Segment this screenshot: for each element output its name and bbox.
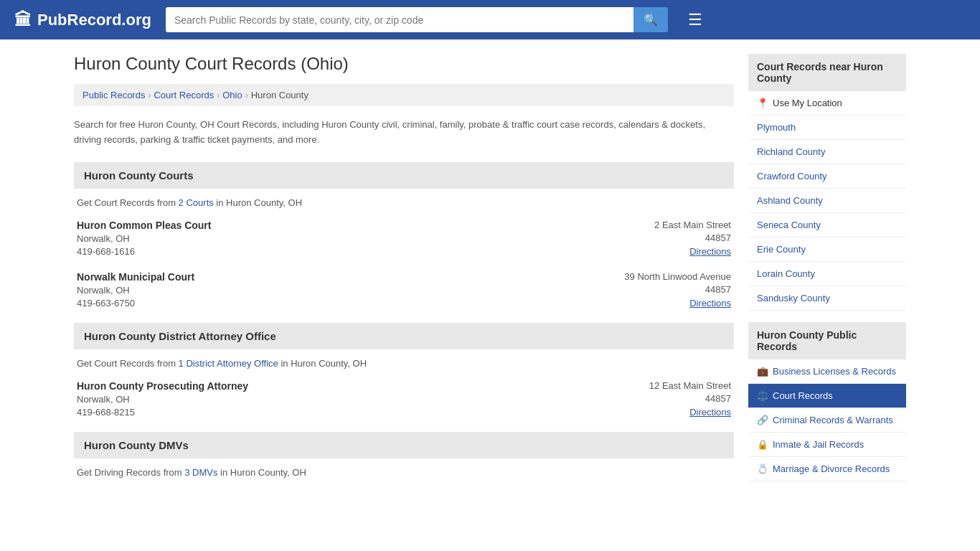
sidebar-item-erie[interactable]: Erie County <box>748 237 906 262</box>
sidebar-item-crawford[interactable]: Crawford County <box>748 164 906 189</box>
court-phone-3: 419-668-8215 <box>77 407 649 418</box>
court-phone-2: 419-663-6750 <box>77 298 624 309</box>
court-entry-1: Huron Common Pleas Court Norwalk, OH 419… <box>74 220 734 257</box>
lorain-label: Lorain County <box>757 268 815 279</box>
logo-text: PubRecord.org <box>37 11 151 29</box>
court-city-3: Norwalk, OH <box>77 394 649 405</box>
breadcrumb: Public Records › Court Records › Ohio › … <box>74 84 734 106</box>
court-left-2: Norwalk Municipal Court Norwalk, OH 419-… <box>77 271 624 309</box>
directions-link-2[interactable]: Directions <box>689 298 731 309</box>
public-records-header: Huron County Public Records <box>748 322 906 359</box>
court-city-2: Norwalk, OH <box>77 285 624 296</box>
sidebar-item-inmate[interactable]: 🔒 Inmate & Jail Records <box>748 433 906 457</box>
business-icon: 💼 <box>757 366 768 377</box>
court-right-2: 39 North Linwood Avenue 44857 Directions <box>624 271 731 309</box>
sidebar-item-criminal[interactable]: 🔗 Criminal Records & Warrants <box>748 408 906 433</box>
seneca-label: Seneca County <box>757 220 821 230</box>
logo-icon: 🏛 <box>14 10 32 30</box>
breadcrumb-court-records[interactable]: Court Records <box>154 90 214 100</box>
marriage-icon: 💍 <box>757 463 768 474</box>
court-name-1: Huron Common Pleas Court <box>77 220 654 231</box>
court-left-1: Huron Common Pleas Court Norwalk, OH 419… <box>77 220 654 257</box>
sidebar-item-marriage[interactable]: 💍 Marriage & Divorce Records <box>748 457 906 481</box>
nearby-list: 📍 Use My Location Plymouth Richland Coun… <box>748 91 906 311</box>
breadcrumb-sep-1: › <box>148 90 151 100</box>
sidebar-item-sandusky[interactable]: Sandusky County <box>748 286 906 311</box>
sidebar-item-use-location[interactable]: 📍 Use My Location <box>748 91 906 116</box>
richland-label: Richland County <box>757 146 825 157</box>
marriage-label: Marriage & Divorce Records <box>773 463 890 474</box>
nearby-header: Court Records near Huron County <box>748 54 906 91</box>
search-button[interactable]: 🔍 <box>633 7 668 32</box>
court-name-2: Norwalk Municipal Court <box>77 271 624 283</box>
sidebar-item-business[interactable]: 💼 Business Licenses & Records <box>748 359 906 384</box>
search-bar: 🔍 <box>166 7 668 32</box>
inmate-icon: 🔒 <box>757 439 768 450</box>
criminal-label: Criminal Records & Warrants <box>773 415 893 425</box>
courts-section-desc: Get Court Records from 2 Courts in Huron… <box>74 197 734 208</box>
content-area: Huron County Court Records (Ohio) Public… <box>74 54 734 493</box>
court-left-3: Huron County Prosecuting Attorney Norwal… <box>77 380 649 418</box>
public-records-list: 💼 Business Licenses & Records ⚖️ Court R… <box>748 359 906 481</box>
court-zip-3: 44857 <box>649 393 731 404</box>
court-address-3: 12 East Main Street <box>649 380 731 391</box>
business-label: Business Licenses & Records <box>773 366 896 377</box>
menu-button[interactable]: ☰ <box>682 8 708 32</box>
breadcrumb-ohio[interactable]: Ohio <box>222 90 242 100</box>
breadcrumb-huron-county: Huron County <box>251 90 308 100</box>
location-icon: 📍 <box>757 98 768 108</box>
court-right-1: 2 East Main Street 44857 Directions <box>654 220 731 257</box>
sidebar-item-ashland[interactable]: Ashland County <box>748 189 906 213</box>
courts-count-link[interactable]: 2 Courts <box>179 197 214 208</box>
court-right-3: 12 East Main Street 44857 Directions <box>649 380 731 418</box>
sidebar-item-lorain[interactable]: Lorain County <box>748 262 906 286</box>
inmate-label: Inmate & Jail Records <box>773 439 864 450</box>
court-phone-1: 419-668-1616 <box>77 246 654 257</box>
dmv-section-header: Huron County DMVs <box>74 432 734 458</box>
da-count-link[interactable]: 1 District Attorney Office <box>179 358 278 369</box>
court-zip-1: 44857 <box>654 232 731 243</box>
criminal-icon: 🔗 <box>757 415 768 425</box>
use-location-label: Use My Location <box>773 98 842 108</box>
da-section-header: Huron County District Attorney Office <box>74 323 734 349</box>
court-icon: ⚖️ <box>757 390 768 401</box>
site-header: 🏛 PubRecord.org 🔍 ☰ <box>0 0 980 39</box>
breadcrumb-sep-2: › <box>217 90 220 100</box>
breadcrumb-sep-3: › <box>245 90 248 100</box>
intro-text: Search for free Huron County, OH Court R… <box>74 118 734 148</box>
plymouth-label: Plymouth <box>757 122 796 133</box>
erie-label: Erie County <box>757 244 806 255</box>
main-container: Huron County Court Records (Ohio) Public… <box>60 39 920 507</box>
sandusky-label: Sandusky County <box>757 293 830 303</box>
court-records-label: Court Records <box>773 390 833 401</box>
court-address-2: 39 North Linwood Avenue <box>624 271 731 282</box>
page-title: Huron County Court Records (Ohio) <box>74 54 734 74</box>
dmv-count-link[interactable]: 3 DMVs <box>184 467 217 478</box>
court-address-1: 2 East Main Street <box>654 220 731 230</box>
sidebar-item-seneca[interactable]: Seneca County <box>748 213 906 237</box>
ashland-label: Ashland County <box>757 195 823 206</box>
court-zip-2: 44857 <box>624 284 731 295</box>
court-city-1: Norwalk, OH <box>77 233 654 244</box>
courts-section-header: Huron County Courts <box>74 162 734 189</box>
court-entry-2: Norwalk Municipal Court Norwalk, OH 419-… <box>74 271 734 309</box>
da-section-desc: Get Court Records from 1 District Attorn… <box>74 358 734 369</box>
breadcrumb-public-records[interactable]: Public Records <box>83 90 145 100</box>
search-input[interactable] <box>166 7 633 32</box>
directions-link-3[interactable]: Directions <box>689 407 731 418</box>
sidebar-item-richland[interactable]: Richland County <box>748 140 906 164</box>
court-entry-3: Huron County Prosecuting Attorney Norwal… <box>74 380 734 418</box>
crawford-label: Crawford County <box>757 171 827 182</box>
court-name-3: Huron County Prosecuting Attorney <box>77 380 649 392</box>
sidebar-item-plymouth[interactable]: Plymouth <box>748 116 906 140</box>
sidebar-item-court-records[interactable]: ⚖️ Court Records <box>748 384 906 408</box>
dmv-section-desc: Get Driving Records from 3 DMVs in Huron… <box>74 467 734 478</box>
logo-link[interactable]: 🏛 PubRecord.org <box>14 10 151 30</box>
sidebar: Court Records near Huron County 📍 Use My… <box>748 54 906 493</box>
directions-link-1[interactable]: Directions <box>689 246 731 257</box>
